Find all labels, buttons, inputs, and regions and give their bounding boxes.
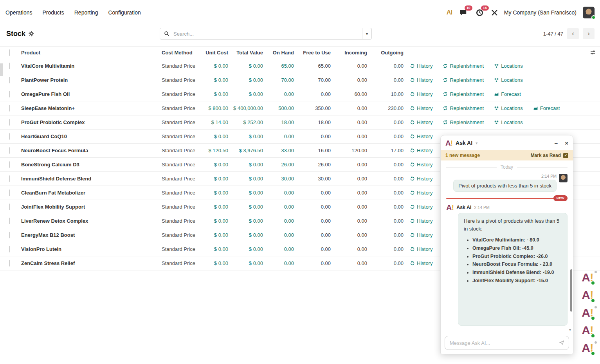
- ai-dock-avatar[interactable]: A!: [579, 305, 596, 320]
- product-name[interactable]: BoneStrong Calcium D3: [21, 162, 162, 168]
- optional-columns-icon[interactable]: [590, 49, 596, 56]
- row-checkbox[interactable]: [9, 246, 10, 252]
- replenishment-button[interactable]: Replenishment: [443, 105, 484, 111]
- user-avatar[interactable]: [583, 7, 595, 18]
- menu-configuration[interactable]: Configuration: [108, 9, 141, 16]
- table-row[interactable]: ProGut Probiotic Complex Standard Price …: [0, 115, 600, 130]
- header-on-hand[interactable]: On Hand: [263, 50, 294, 56]
- view-settings-gear-icon[interactable]: [29, 31, 34, 36]
- pager-previous-button[interactable]: ‹: [567, 28, 579, 39]
- replenishment-button[interactable]: Replenishment: [443, 119, 484, 125]
- locations-button[interactable]: Locations: [494, 105, 523, 111]
- mark-as-read-button[interactable]: Mark as Read ✓: [531, 153, 568, 158]
- row-checkbox[interactable]: [9, 119, 10, 126]
- chat-header[interactable]: A! Ask AI ▾ − ×: [441, 135, 573, 150]
- forecast-button[interactable]: Forecast: [533, 105, 560, 111]
- header-free-to-use[interactable]: Free to Use: [294, 50, 331, 56]
- row-checkbox[interactable]: [9, 189, 10, 196]
- product-name[interactable]: OmegaPure Fish Oil: [21, 91, 162, 97]
- product-name[interactable]: VitalCore Multivitamin: [21, 63, 162, 69]
- chat-message-input[interactable]: [445, 336, 569, 350]
- replenishment-button[interactable]: Replenishment: [443, 77, 484, 83]
- history-button[interactable]: History: [410, 218, 432, 224]
- table-row[interactable]: OmegaPure Fish Oil Standard Price $ 0.00…: [0, 87, 600, 101]
- history-button[interactable]: History: [410, 232, 432, 238]
- product-name[interactable]: LiverRenew Detox Complex: [21, 218, 162, 224]
- header-unit-cost[interactable]: Unit Cost: [201, 50, 228, 56]
- tools-icon[interactable]: [491, 9, 498, 16]
- replenishment-button[interactable]: Replenishment: [443, 91, 484, 97]
- minimize-button[interactable]: −: [554, 140, 558, 146]
- table-row[interactable]: PlantPower Protein Standard Price $ 0.00…: [0, 73, 600, 87]
- select-all-checkbox[interactable]: [9, 49, 10, 56]
- header-total-value[interactable]: Total Value: [228, 50, 263, 56]
- row-checkbox[interactable]: [9, 161, 10, 168]
- ai-dock-avatar[interactable]: A!: [579, 323, 596, 337]
- product-name[interactable]: SleepEase Melatonin+: [21, 105, 162, 111]
- history-button[interactable]: History: [410, 105, 432, 111]
- product-name[interactable]: ImmuniShield Defense Blend: [21, 176, 162, 182]
- locations-button[interactable]: Locations: [494, 63, 523, 69]
- locations-button[interactable]: Locations: [494, 119, 523, 125]
- product-name[interactable]: ZenCalm Stress Relief: [21, 260, 162, 266]
- history-button[interactable]: History: [410, 204, 432, 210]
- search-filters-caret[interactable]: ▾: [362, 28, 371, 39]
- ai-dock-avatar[interactable]: A!: [579, 288, 596, 302]
- header-product[interactable]: Product: [21, 50, 162, 56]
- menu-operations[interactable]: Operations: [5, 9, 32, 16]
- history-button[interactable]: History: [410, 77, 432, 83]
- search-input[interactable]: [171, 31, 362, 37]
- activities-icon[interactable]: 16: [475, 8, 485, 17]
- header-cost-method[interactable]: Cost Method: [162, 50, 201, 56]
- history-button[interactable]: History: [410, 176, 432, 182]
- chat-scrollbar-thumb[interactable]: [570, 269, 572, 312]
- replenishment-button[interactable]: Replenishment: [443, 63, 484, 69]
- history-button[interactable]: History: [410, 260, 432, 266]
- row-checkbox[interactable]: [9, 105, 10, 112]
- locations-button[interactable]: Locations: [494, 77, 523, 83]
- history-button[interactable]: History: [410, 246, 432, 252]
- row-checkbox[interactable]: [9, 232, 10, 238]
- ai-dock-avatar[interactable]: A!: [579, 270, 596, 285]
- ai-dock-avatar[interactable]: A!: [579, 341, 596, 355]
- product-name[interactable]: EnergyMax B12 Boost: [21, 232, 162, 238]
- product-name[interactable]: PlantPower Protein: [21, 77, 162, 83]
- history-button[interactable]: History: [410, 119, 432, 125]
- close-button[interactable]: ×: [565, 140, 568, 146]
- row-checkbox[interactable]: [9, 77, 10, 83]
- pager-next-button[interactable]: ›: [583, 28, 595, 39]
- product-name[interactable]: NeuroBoost Focus Formula: [21, 148, 162, 153]
- history-button[interactable]: History: [410, 190, 432, 196]
- table-row[interactable]: VitalCore Multivitamin Standard Price $ …: [0, 59, 600, 73]
- row-checkbox[interactable]: [9, 260, 10, 267]
- menu-reporting[interactable]: Reporting: [74, 9, 98, 16]
- product-name[interactable]: CleanBurn Fat Metabolizer: [21, 190, 162, 196]
- row-checkbox[interactable]: [9, 204, 10, 210]
- company-switcher[interactable]: My Company (San Francisco): [504, 9, 577, 16]
- history-button[interactable]: History: [410, 162, 432, 168]
- menu-products[interactable]: Products: [42, 9, 64, 16]
- product-name[interactable]: HeartGuard CoQ10: [21, 133, 162, 139]
- row-checkbox[interactable]: [9, 133, 10, 140]
- header-incoming[interactable]: Incoming: [331, 50, 367, 56]
- table-row[interactable]: SleepEase Melatonin+ Standard Price $ 80…: [0, 101, 600, 115]
- row-checkbox[interactable]: [9, 91, 10, 97]
- forecast-button[interactable]: Forecast: [494, 91, 521, 97]
- scroll-down-caret-icon[interactable]: ▾: [569, 328, 571, 332]
- row-checkbox[interactable]: [9, 175, 10, 182]
- product-name[interactable]: ProGut Probiotic Complex: [21, 119, 162, 125]
- row-checkbox[interactable]: [9, 218, 10, 224]
- chat-options-caret-icon[interactable]: ▾: [476, 141, 477, 145]
- send-icon[interactable]: [559, 340, 564, 345]
- product-name[interactable]: JointFlex Mobility Support: [21, 204, 162, 210]
- history-button[interactable]: History: [410, 63, 432, 69]
- product-name[interactable]: VisionPro Lutein: [21, 246, 162, 252]
- header-outgoing[interactable]: Outgoing: [367, 50, 404, 56]
- messages-icon[interactable]: 10: [458, 8, 468, 17]
- ai-brand-icon[interactable]: AI: [447, 9, 452, 16]
- row-checkbox[interactable]: [9, 63, 10, 69]
- history-button[interactable]: History: [410, 148, 432, 153]
- history-button[interactable]: History: [410, 91, 432, 97]
- row-checkbox[interactable]: [9, 147, 10, 154]
- history-button[interactable]: History: [410, 133, 432, 139]
